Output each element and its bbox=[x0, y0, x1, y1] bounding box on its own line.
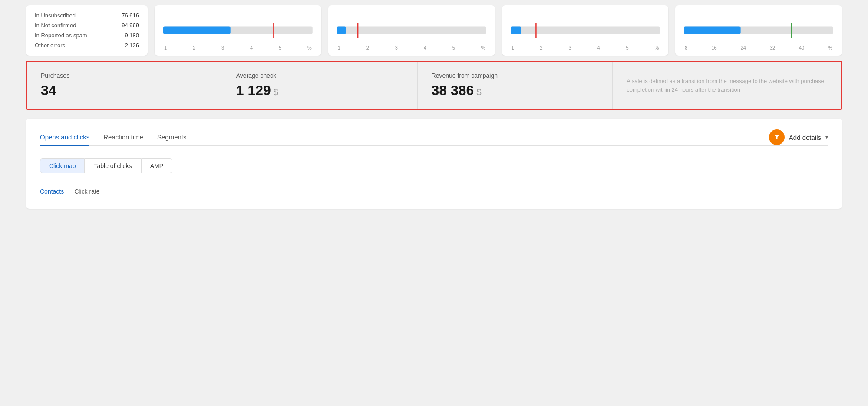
purchases-metric: Purchases 34 bbox=[27, 62, 222, 109]
main-tabs: Opens and clicks Reaction time Segments … bbox=[40, 129, 828, 146]
avg-check-metric: Average check 1 129 $ bbox=[222, 62, 418, 109]
avg-check-currency: $ bbox=[274, 87, 278, 97]
chart-axis-3: 1 2 3 4 5 % bbox=[511, 45, 660, 50]
add-details-button[interactable]: Add details ▾ bbox=[769, 129, 828, 145]
avg-check-value: 1 129 $ bbox=[236, 83, 403, 99]
chart-axis-2: 1 2 3 4 5 % bbox=[337, 45, 486, 50]
page-wrapper: In Unsubscribed 76 616 In Not confirmed … bbox=[0, 0, 868, 406]
chart-card-2: 1 2 3 4 5 % bbox=[328, 5, 495, 56]
stat-value: 9 180 bbox=[125, 32, 139, 39]
secondary-tabs: Contacts Click rate bbox=[40, 185, 828, 198]
funnel-icon bbox=[773, 133, 781, 141]
svg-rect-4 bbox=[337, 27, 346, 34]
chart-container-4 bbox=[684, 17, 833, 43]
purchases-value: 34 bbox=[41, 83, 208, 99]
chart-axis-1: 1 2 3 4 5 % bbox=[163, 45, 313, 50]
chart-svg-4 bbox=[684, 17, 833, 43]
svg-rect-1 bbox=[163, 27, 231, 34]
error-stats-card: In Unsubscribed 76 616 In Not confirmed … bbox=[26, 5, 148, 56]
chart-container-1 bbox=[163, 17, 313, 43]
revenue-metric: Revenue from campaign 38 386 $ bbox=[418, 62, 613, 109]
chart-svg-2 bbox=[337, 17, 486, 43]
tab-segments[interactable]: Segments bbox=[157, 129, 187, 146]
top-stats-area: In Unsubscribed 76 616 In Not confirmed … bbox=[0, 0, 868, 61]
stat-label: In Not confirmed bbox=[35, 22, 76, 29]
revenue-label: Revenue from campaign bbox=[432, 72, 599, 79]
chart-container-3 bbox=[511, 17, 660, 43]
chevron-down-icon: ▾ bbox=[825, 134, 828, 140]
tab-opens-and-clicks[interactable]: Opens and clicks bbox=[40, 129, 89, 146]
chart-container-2 bbox=[337, 17, 486, 43]
chart-svg-1 bbox=[163, 17, 313, 43]
svg-rect-6 bbox=[511, 27, 660, 34]
chart-card-3: 1 2 3 4 5 % bbox=[502, 5, 669, 56]
sub-tab-click-map[interactable]: Click map bbox=[40, 158, 85, 173]
purchases-section: Purchases 34 Average check 1 129 $ Reven… bbox=[26, 61, 842, 110]
stat-row-unsubscribed: In Unsubscribed 76 616 bbox=[35, 12, 139, 19]
chart-axis-4: 8 16 24 32 40 % bbox=[684, 45, 833, 50]
sub-tab-amp[interactable]: AMP bbox=[141, 158, 172, 173]
revenue-value: 38 386 $ bbox=[432, 83, 599, 99]
stat-value: 2 126 bbox=[125, 42, 139, 49]
purchases-description: A sale is defined as a transition from t… bbox=[613, 62, 841, 109]
stat-label: In Unsubscribed bbox=[35, 12, 76, 19]
sub-tabs: Click map Table of clicks AMP bbox=[40, 158, 828, 173]
purchases-label: Purchases bbox=[41, 72, 208, 79]
chart-svg-3 bbox=[511, 17, 660, 43]
stat-label: In Reported as spam bbox=[35, 32, 87, 39]
secondary-tab-click-rate[interactable]: Click rate bbox=[74, 185, 99, 198]
svg-rect-7 bbox=[511, 27, 521, 34]
svg-rect-3 bbox=[337, 27, 486, 34]
stat-row-not-confirmed: In Not confirmed 94 969 bbox=[35, 22, 139, 29]
chart-card-4: 8 16 24 32 40 % bbox=[675, 5, 842, 56]
stat-row-other-errors: Other errors 2 126 bbox=[35, 42, 139, 49]
revenue-currency: $ bbox=[476, 87, 481, 97]
sub-tab-table-of-clicks[interactable]: Table of clicks bbox=[85, 158, 141, 173]
bottom-card: Opens and clicks Reaction time Segments … bbox=[26, 119, 842, 209]
add-details-icon bbox=[769, 129, 785, 145]
add-details-label: Add details bbox=[789, 134, 821, 141]
chart-card-1: 1 2 3 4 5 % bbox=[155, 5, 321, 56]
stat-value: 94 969 bbox=[122, 22, 139, 29]
stat-value: 76 616 bbox=[122, 12, 139, 19]
stat-label: Other errors bbox=[35, 42, 65, 49]
secondary-tab-contacts[interactable]: Contacts bbox=[40, 185, 64, 198]
avg-check-label: Average check bbox=[236, 72, 403, 79]
stat-row-spam: In Reported as spam 9 180 bbox=[35, 32, 139, 39]
svg-rect-10 bbox=[684, 27, 741, 34]
tab-reaction-time[interactable]: Reaction time bbox=[103, 129, 143, 146]
